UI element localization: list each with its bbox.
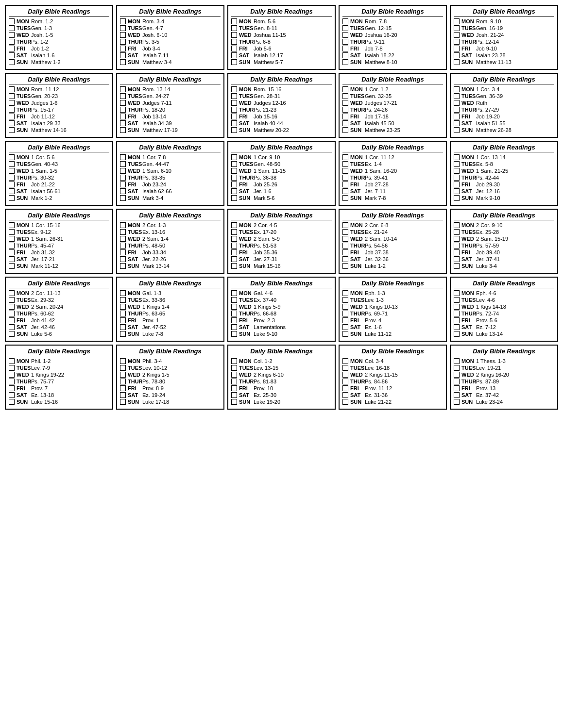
checkbox[interactable] [9,365,15,371]
checkbox[interactable] [231,114,237,119]
checkbox[interactable] [231,311,237,316]
checkbox[interactable] [120,392,126,398]
checkbox[interactable] [231,32,237,38]
checkbox[interactable] [120,290,126,296]
checkbox[interactable] [120,304,126,310]
checkbox[interactable] [9,399,15,405]
checkbox[interactable] [120,127,126,133]
checkbox[interactable] [9,372,15,378]
checkbox[interactable] [231,263,237,269]
checkbox[interactable] [120,32,126,38]
checkbox[interactable] [342,222,348,228]
checkbox[interactable] [454,399,460,405]
checkbox[interactable] [120,18,126,24]
checkbox[interactable] [120,372,126,378]
checkbox[interactable] [342,331,348,337]
checkbox[interactable] [9,331,15,337]
checkbox[interactable] [454,229,460,235]
checkbox[interactable] [231,100,237,106]
checkbox[interactable] [231,317,237,323]
checkbox[interactable] [231,372,237,378]
checkbox[interactable] [9,222,15,228]
checkbox[interactable] [231,297,237,303]
checkbox[interactable] [231,188,237,194]
checkbox[interactable] [231,18,237,24]
checkbox[interactable] [9,379,15,384]
checkbox[interactable] [231,182,237,187]
checkbox[interactable] [120,93,126,99]
checkbox[interactable] [9,120,15,126]
checkbox[interactable] [454,59,460,65]
checkbox[interactable] [342,39,348,45]
checkbox[interactable] [342,114,348,119]
checkbox[interactable] [342,256,348,262]
checkbox[interactable] [454,161,460,167]
checkbox[interactable] [9,392,15,398]
checkbox[interactable] [454,25,460,31]
checkbox[interactable] [342,392,348,398]
checkbox[interactable] [342,161,348,167]
checkbox[interactable] [9,154,15,160]
checkbox[interactable] [454,18,460,24]
checkbox[interactable] [342,175,348,181]
checkbox[interactable] [9,195,15,201]
checkbox[interactable] [120,317,126,323]
checkbox[interactable] [231,86,237,92]
checkbox[interactable] [454,86,460,92]
checkbox[interactable] [9,249,15,255]
checkbox[interactable] [342,32,348,38]
checkbox[interactable] [231,358,237,364]
checkbox[interactable] [454,46,460,51]
checkbox[interactable] [120,311,126,316]
checkbox[interactable] [454,188,460,194]
checkbox[interactable] [454,385,460,391]
checkbox[interactable] [120,256,126,262]
checkbox[interactable] [342,236,348,242]
checkbox[interactable] [9,290,15,296]
checkbox[interactable] [231,229,237,235]
checkbox[interactable] [120,385,126,391]
checkbox[interactable] [342,324,348,330]
checkbox[interactable] [454,304,460,310]
checkbox[interactable] [342,372,348,378]
checkbox[interactable] [9,114,15,119]
checkbox[interactable] [454,358,460,364]
checkbox[interactable] [342,358,348,364]
checkbox[interactable] [342,304,348,310]
checkbox[interactable] [454,32,460,38]
checkbox[interactable] [454,243,460,248]
checkbox[interactable] [9,304,15,310]
checkbox[interactable] [120,229,126,235]
checkbox[interactable] [231,379,237,384]
checkbox[interactable] [342,25,348,31]
checkbox[interactable] [231,39,237,45]
checkbox[interactable] [231,161,237,167]
checkbox[interactable] [231,59,237,65]
checkbox[interactable] [454,317,460,323]
checkbox[interactable] [342,385,348,391]
checkbox[interactable] [454,311,460,316]
checkbox[interactable] [120,59,126,65]
checkbox[interactable] [454,195,460,201]
checkbox[interactable] [9,100,15,106]
checkbox[interactable] [231,120,237,126]
checkbox[interactable] [120,379,126,384]
checkbox[interactable] [454,324,460,330]
checkbox[interactable] [9,93,15,99]
checkbox[interactable] [342,297,348,303]
checkbox[interactable] [342,120,348,126]
checkbox[interactable] [9,168,15,174]
checkbox[interactable] [454,100,460,106]
checkbox[interactable] [120,249,126,255]
checkbox[interactable] [9,317,15,323]
checkbox[interactable] [120,195,126,201]
checkbox[interactable] [120,154,126,160]
checkbox[interactable] [120,236,126,242]
checkbox[interactable] [342,59,348,65]
checkbox[interactable] [454,236,460,242]
checkbox[interactable] [9,297,15,303]
checkbox[interactable] [454,127,460,133]
checkbox[interactable] [120,168,126,174]
checkbox[interactable] [454,182,460,187]
checkbox[interactable] [9,188,15,194]
